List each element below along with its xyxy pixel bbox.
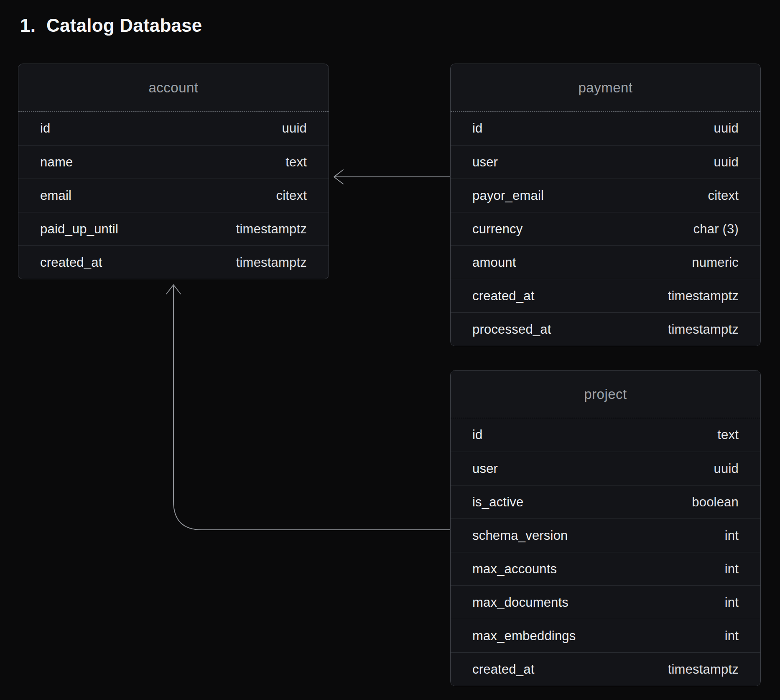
column-name: user [472,461,498,476]
table-row: name text [18,145,329,179]
column-type: text [717,427,739,442]
arrowhead-up-icon [166,285,181,294]
page-title: 1. Catalog Database [20,15,202,36]
table-row: paid_up_until timestamptz [18,212,329,245]
column-name: payor_email [472,188,544,203]
column-name: email [40,188,71,203]
page-title-number: 1. [20,15,36,36]
column-type: uuid [714,461,739,476]
table-row: max_documents int [451,585,760,619]
column-name: currency [472,222,523,237]
table-row: id text [451,418,760,452]
table-row: payor_email citext [451,179,760,212]
edge-project-to-account [166,285,450,530]
edge-payment-to-account [334,170,450,184]
table-row: max_embeddings int [451,619,760,652]
column-type: timestamptz [236,222,307,237]
erd-table-project[interactable]: project id text user uuid is_active bool… [450,370,761,686]
column-name: id [40,121,51,136]
table-row: user uuid [451,145,760,179]
table-row: created_at timestamptz [451,652,760,686]
column-type: int [725,528,739,543]
column-type: int [725,628,739,644]
column-name: schema_version [472,528,568,543]
column-type: text [285,155,307,170]
table-title: payment [451,64,760,112]
column-type: timestamptz [668,289,739,304]
column-type: uuid [282,121,307,136]
column-name: paid_up_until [40,222,118,237]
erd-table-account[interactable]: account id uuid name text email citext p… [18,64,329,279]
column-type: citext [708,188,739,203]
column-name: max_embeddings [472,628,576,644]
table-row: id uuid [18,112,329,145]
table-row: schema_version int [451,519,760,552]
erd-table-payment[interactable]: payment id uuid user uuid payor_email ci… [450,64,761,346]
column-type: timestamptz [668,322,739,337]
column-name: processed_at [472,322,551,337]
column-name: created_at [40,255,102,270]
diagram-canvas: 1. Catalog Database account id uuid name… [0,0,780,700]
column-type: boolean [692,495,739,510]
column-name: max_accounts [472,562,557,577]
column-name: is_active [472,495,523,510]
table-row: max_accounts int [451,552,760,585]
column-name: created_at [472,289,535,304]
column-type: int [725,562,739,577]
table-row: email citext [18,179,329,212]
table-row: currency char (3) [451,212,760,245]
column-type: timestamptz [236,255,307,270]
edge-line [173,286,450,530]
arrowhead-left-icon [334,170,343,184]
column-name: max_documents [472,595,568,610]
page-title-text: Catalog Database [46,15,202,36]
table-row: created_at timestamptz [451,279,760,312]
table-row: amount numeric [451,245,760,279]
column-type: uuid [714,121,739,136]
column-type: timestamptz [668,662,739,677]
column-name: name [40,155,73,170]
column-name: id [472,121,483,136]
column-name: created_at [472,662,535,677]
table-row: created_at timestamptz [18,245,329,279]
table-row: user uuid [451,452,760,485]
table-row: processed_at timestamptz [451,312,760,346]
column-name: user [472,155,498,170]
column-type: char (3) [693,222,739,237]
column-name: id [472,427,483,442]
column-type: int [725,595,739,610]
table-title: project [451,370,760,418]
column-type: citext [276,188,307,203]
table-row: is_active boolean [451,485,760,519]
column-type: uuid [714,155,739,170]
column-type: numeric [692,255,739,270]
table-row: id uuid [451,112,760,145]
table-title: account [18,64,329,112]
column-name: amount [472,255,516,270]
